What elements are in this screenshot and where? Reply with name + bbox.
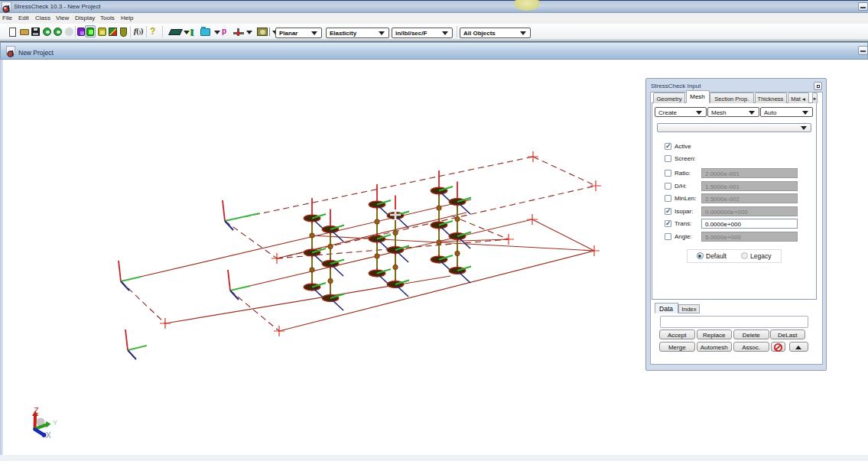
svg-text:X: X <box>46 431 51 440</box>
svg-text:Z: Z <box>34 406 39 415</box>
svg-text:Y: Y <box>53 419 57 427</box>
